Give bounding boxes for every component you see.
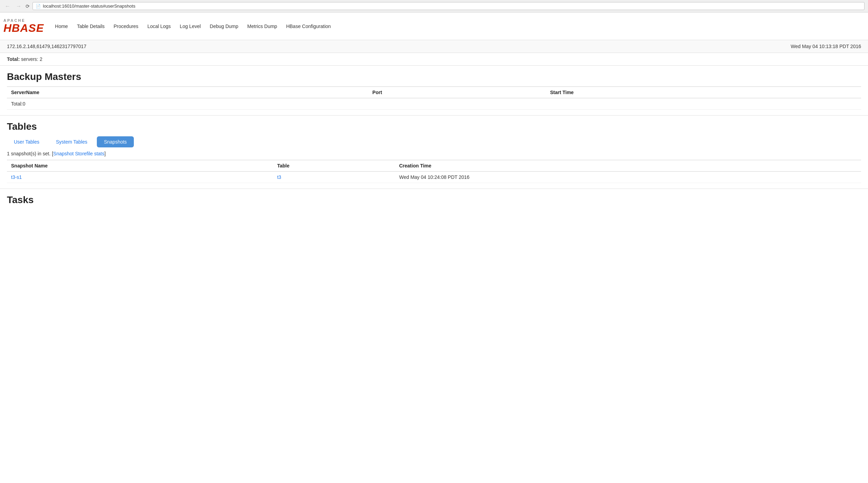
nav-table-details[interactable]: Table Details (73, 21, 109, 31)
nav-debug-dump[interactable]: Debug Dump (206, 21, 243, 31)
backup-masters-header-row: ServerName Port Start Time (7, 87, 861, 98)
tab-system-tables[interactable]: System Tables (49, 136, 94, 147)
col-start-time: Start Time (546, 87, 861, 98)
backup-masters-total: Total:0 (7, 98, 368, 110)
nav-home[interactable]: Home (51, 21, 72, 31)
tab-buttons: User Tables System Tables Snapshots (7, 136, 861, 147)
total-line: Total: servers: 2 (0, 53, 868, 65)
snapshot-count-text: 1 snapshot(s) in set. [ (7, 151, 53, 156)
page-icon: 📄 (36, 4, 41, 9)
table-link[interactable]: t3 (277, 174, 281, 180)
snapshots-header-row: Snapshot Name Table Creation Time (7, 160, 861, 172)
table-row: t3-s1 t3 Wed May 04 10:24:08 PDT 2016 (7, 172, 861, 183)
tasks-title: Tasks (7, 194, 861, 206)
backup-masters-section: Backup Masters ServerName Port Start Tim… (0, 66, 868, 115)
snapshot-count-suffix: ] (104, 151, 106, 156)
browser-chrome: ← → ⟳ 📄 localhost:16010/master-status#us… (0, 0, 868, 12)
tables-section: Tables User Tables System Tables Snapsho… (0, 116, 868, 189)
tab-user-tables[interactable]: User Tables (7, 136, 46, 147)
tab-snapshots[interactable]: Snapshots (97, 136, 133, 147)
snapshot-count: 1 snapshot(s) in set. [Snapshot Storefil… (7, 151, 861, 156)
nav-metrics-dump[interactable]: Metrics Dump (243, 21, 281, 31)
backup-masters-title: Backup Masters (7, 71, 861, 82)
tasks-section: Tasks (0, 189, 868, 215)
back-button[interactable]: ← (3, 2, 12, 10)
total-value: servers: 2 (21, 56, 42, 62)
total-label: Total: (7, 56, 20, 62)
top-nav: APACHE HBASE Home Table Details Procedur… (0, 12, 868, 40)
creation-time-cell: Wed May 04 10:24:08 PDT 2016 (395, 172, 861, 183)
col-table: Table (273, 160, 395, 172)
logo-area: APACHE HBASE (3, 19, 44, 34)
nav-procedures[interactable]: Procedures (110, 21, 143, 31)
refresh-button[interactable]: ⟳ (26, 3, 30, 9)
backup-masters-total-row: Total:0 (7, 98, 861, 110)
time-info: Wed May 04 10:13:18 PDT 2016 (791, 44, 861, 49)
col-port: Port (368, 87, 546, 98)
table-cell[interactable]: t3 (273, 172, 395, 183)
nav-local-logs[interactable]: Local Logs (143, 21, 175, 31)
snapshot-storefile-link[interactable]: Snapshot Storefile stats (53, 151, 104, 156)
nav-log-level[interactable]: Log Level (176, 21, 205, 31)
forward-button[interactable]: → (15, 2, 23, 10)
snapshot-name-cell[interactable]: t3-s1 (7, 172, 273, 183)
logo-hbase: HBASE (3, 22, 44, 34)
col-snapshot-name: Snapshot Name (7, 160, 273, 172)
address-bar[interactable]: 📄 localhost:16010/master-status#userSnap… (33, 2, 865, 10)
url-text: localhost:16010/master-status#userSnapsh… (43, 3, 135, 9)
info-bar: 172.16.2.148,61479,1462317797017 Wed May… (0, 40, 868, 53)
snapshots-table: Snapshot Name Table Creation Time t3-s1 … (7, 160, 861, 183)
page-content: 172.16.2.148,61479,1462317797017 Wed May… (0, 40, 868, 215)
nav-hbase-configuration[interactable]: HBase Configuration (282, 21, 335, 31)
snapshot-name-link[interactable]: t3-s1 (11, 174, 22, 180)
col-server-name: ServerName (7, 87, 368, 98)
server-info: 172.16.2.148,61479,1462317797017 (7, 44, 86, 49)
col-creation-time: Creation Time (395, 160, 861, 172)
main-nav: Home Table Details Procedures Local Logs… (51, 21, 865, 31)
backup-masters-table: ServerName Port Start Time Total:0 (7, 86, 861, 110)
logo: APACHE HBASE (3, 19, 44, 34)
tables-title: Tables (7, 121, 861, 132)
